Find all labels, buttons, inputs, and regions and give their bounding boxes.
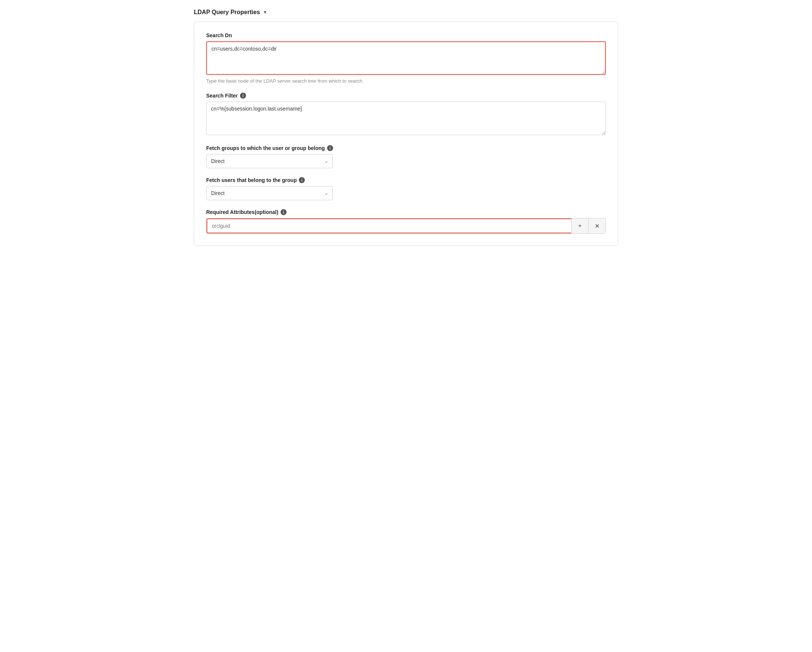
required-attributes-info-icon[interactable]: i: [281, 209, 287, 215]
fetch-groups-group: Fetch groups to which the user or group …: [206, 145, 606, 168]
fetch-groups-select[interactable]: Direct Recursive None: [206, 154, 333, 168]
search-dn-label: Search Dn: [206, 32, 606, 38]
fetch-groups-label: Fetch groups to which the user or group …: [206, 145, 606, 151]
fetch-users-label: Fetch users that belong to the group i: [206, 177, 606, 183]
attr-action-buttons: + ✕: [571, 218, 606, 233]
chevron-down-icon[interactable]: ▼: [263, 10, 267, 15]
required-attributes-input[interactable]: [206, 218, 571, 233]
section-header: LDAP Query Properties ▼: [194, 9, 618, 15]
search-filter-info-icon[interactable]: i: [240, 93, 246, 99]
fetch-groups-info-icon[interactable]: i: [327, 145, 333, 151]
section-title: LDAP Query Properties: [194, 9, 260, 15]
search-dn-group: Search Dn cn=users,dc=contoso,dc=dir Typ…: [206, 32, 606, 84]
required-attributes-label: Required Attributes(optional) i: [206, 209, 606, 215]
search-dn-input[interactable]: cn=users,dc=contoso,dc=dir: [206, 41, 606, 75]
search-dn-hint: Type the base node of the LDAP server se…: [206, 78, 606, 84]
fetch-users-group: Fetch users that belong to the group i D…: [206, 177, 606, 200]
remove-attribute-button[interactable]: ✕: [588, 218, 606, 233]
search-filter-input[interactable]: cn=%{subsession.logon.last.username}: [206, 102, 606, 135]
fetch-users-select-wrapper: Direct Recursive None ⌄: [206, 186, 333, 200]
fetch-users-select[interactable]: Direct Recursive None: [206, 186, 333, 200]
required-attributes-container: + ✕: [206, 218, 606, 234]
section-card: Search Dn cn=users,dc=contoso,dc=dir Typ…: [194, 21, 618, 246]
required-attributes-group: Required Attributes(optional) i + ✕: [206, 209, 606, 234]
fetch-groups-select-wrapper: Direct Recursive None ⌄: [206, 154, 333, 168]
search-filter-label: Search Filter i: [206, 93, 606, 99]
fetch-users-info-icon[interactable]: i: [299, 177, 305, 183]
add-attribute-button[interactable]: +: [571, 218, 588, 233]
page-container: LDAP Query Properties ▼ Search Dn cn=use…: [194, 9, 618, 246]
search-filter-group: Search Filter i cn=%{subsession.logon.la…: [206, 93, 606, 136]
